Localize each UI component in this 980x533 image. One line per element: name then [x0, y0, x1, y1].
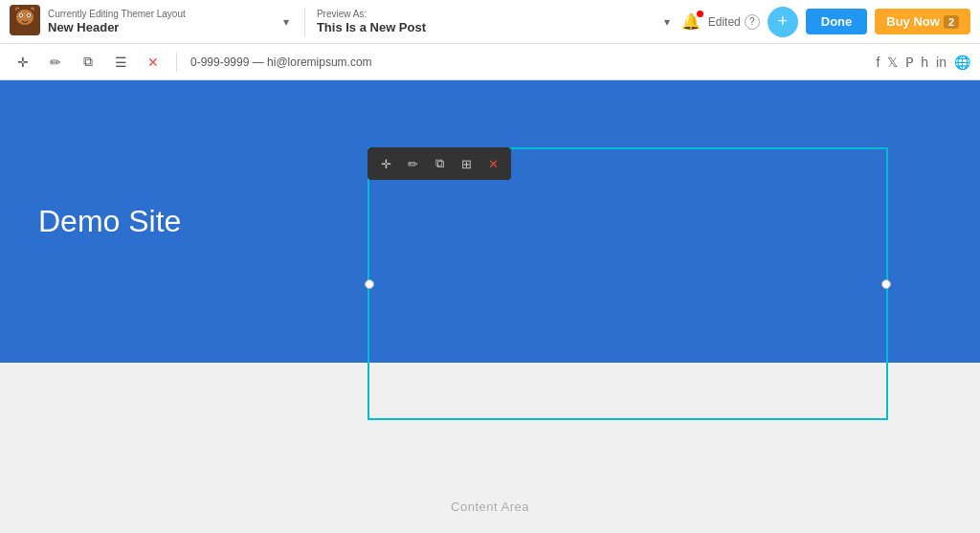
done-button[interactable]: Done: [806, 9, 868, 34]
edited-status: Edited ?: [708, 14, 760, 30]
globe-icon[interactable]: 🌐: [954, 55, 970, 70]
section-move-icon[interactable]: ✛: [373, 151, 398, 176]
move-tool-icon[interactable]: ✛: [10, 49, 36, 76]
editing-label: Currently Editing Themer Layout: [48, 9, 272, 20]
resize-handle-right[interactable]: [881, 279, 891, 289]
svg-point-5: [28, 14, 30, 16]
delete-icon[interactable]: ✕: [140, 49, 167, 76]
layout-name: New Header: [48, 20, 272, 35]
notifications-bell[interactable]: 🔔: [681, 12, 701, 31]
preview-section: Preview As: This Is a New Post: [317, 9, 653, 35]
copy-icon[interactable]: ⧉: [75, 49, 101, 76]
section-columns-icon[interactable]: ⊞: [454, 151, 479, 176]
preview-post: This Is a New Post: [317, 20, 653, 35]
section-floating-toolbar: ✛ ✏ ⧉ ⊞ ✕: [368, 147, 511, 180]
bar-divider-1: [304, 8, 305, 36]
houzz-icon[interactable]: h: [921, 55, 928, 70]
admin-bar-right: 🔔 Edited ? + Done Buy Now 2: [681, 7, 970, 37]
help-icon[interactable]: ?: [745, 14, 760, 30]
svg-point-4: [20, 14, 22, 16]
header-section[interactable]: Demo Site: [0, 80, 980, 363]
facebook-icon[interactable]: f: [876, 55, 880, 70]
add-element-button[interactable]: +: [768, 7, 798, 37]
section-copy-icon[interactable]: ⧉: [427, 151, 452, 176]
preview-label: Preview As:: [317, 9, 653, 20]
logo[interactable]: [10, 5, 40, 39]
site-title: Demo Site: [38, 204, 181, 239]
buy-badge: 2: [944, 15, 959, 29]
editing-chevron[interactable]: ▾: [279, 11, 293, 33]
contact-info: 0-999-9999 — hi@loremipsum.com: [190, 56, 372, 69]
section-settings-icon[interactable]: ✏: [400, 151, 425, 176]
secondary-toolbar: ✛ ✏ ⧉ ☰ ✕ 0-999-9999 — hi@loremipsum.com…: [0, 44, 980, 80]
toolbar-sep: [176, 53, 177, 72]
buy-now-button[interactable]: Buy Now 2: [875, 9, 970, 34]
admin-bar: Currently Editing Themer Layout New Head…: [0, 0, 980, 44]
section-close-icon[interactable]: ✕: [480, 151, 505, 176]
content-area-label: Content Area: [451, 500, 529, 514]
twitter-icon[interactable]: 𝕏: [887, 55, 898, 70]
preview-chevron[interactable]: ▾: [660, 11, 674, 33]
social-icons-group: f 𝕏 𝖯 h in 🌐: [876, 55, 970, 70]
pencil-icon[interactable]: ✏: [42, 49, 69, 76]
resize-handle-left[interactable]: [365, 279, 374, 289]
menu-icon[interactable]: ☰: [107, 49, 134, 76]
selected-section-overlay: [368, 147, 888, 420]
notification-dot: [697, 11, 703, 17]
pinterest-icon[interactable]: 𝖯: [905, 55, 913, 70]
canvas-area: Demo Site ✛ ✏ ⧉ ⊞ ✕ Content Area: [0, 80, 980, 533]
linkedin-icon[interactable]: in: [936, 55, 947, 70]
editing-section: Currently Editing Themer Layout New Head…: [48, 9, 272, 35]
